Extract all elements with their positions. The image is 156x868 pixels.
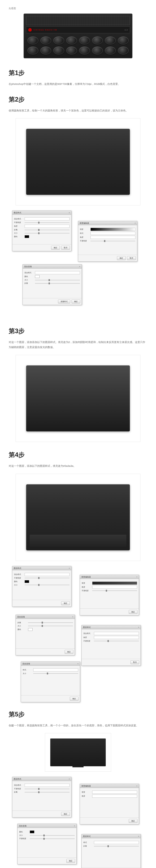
- angle-label: 角度: [82, 795, 91, 797]
- step1-title: 第1步: [9, 69, 147, 77]
- color-swatch[interactable]: [25, 235, 29, 238]
- close-icon[interactable]: ×: [74, 824, 75, 828]
- ok-button[interactable]: 确定: [70, 697, 79, 701]
- step4-text: 对这一个图层，添加以下的图层样式，填充改为#3a3a3a。: [9, 464, 147, 469]
- angle-label: 角度: [80, 236, 89, 239]
- opac-slider[interactable]: [25, 222, 70, 223]
- dist-slider[interactable]: [25, 792, 70, 793]
- ok-button[interactable]: 确定: [117, 256, 126, 260]
- close-icon[interactable]: ×: [77, 662, 79, 665]
- close-icon[interactable]: ×: [69, 566, 70, 570]
- cancel-button[interactable]: 取消: [61, 246, 70, 250]
- mode-input[interactable]: [25, 784, 70, 787]
- grad-label: 渐变: [80, 228, 89, 230]
- size-label: 大小: [25, 279, 34, 281]
- close-icon[interactable]: ×: [69, 211, 70, 215]
- opac-slider[interactable]: [94, 641, 139, 641]
- opac-label: 不透明度: [80, 240, 89, 242]
- size-slider[interactable]: [28, 626, 73, 626]
- ok-button[interactable]: 确定: [129, 819, 138, 823]
- options-dialog: 混合选项× 颜色 大小 不透明度 确定: [17, 824, 77, 864]
- size-slider[interactable]: [25, 585, 70, 585]
- dist-slider[interactable]: [94, 846, 139, 846]
- angle-input[interactable]: [90, 236, 135, 239]
- close-icon[interactable]: ×: [138, 834, 139, 838]
- dialog-title: 混合选项: [24, 265, 32, 268]
- dialog-title: 渐变编辑器: [81, 784, 91, 788]
- style-input[interactable]: [94, 841, 139, 844]
- ok-button[interactable]: 确定: [61, 812, 70, 816]
- mode-label: 混合模式: [83, 632, 93, 635]
- size-slider[interactable]: [33, 673, 78, 674]
- angle-input[interactable]: [92, 795, 137, 798]
- layer-style-dialog: 图层样式× 混合模式 不透明度 距离 确定: [12, 777, 71, 817]
- angle-label: 角度: [82, 586, 91, 588]
- size-slider[interactable]: [25, 233, 70, 234]
- dist-slider[interactable]: [25, 230, 70, 230]
- opac-slider[interactable]: [90, 241, 135, 241]
- mode-input[interactable]: [35, 271, 80, 274]
- size-slider[interactable]: [35, 280, 80, 280]
- opac-slider[interactable]: [25, 578, 70, 578]
- mode-input[interactable]: [25, 573, 70, 576]
- mode-input[interactable]: [94, 632, 139, 635]
- step5-figure: [45, 733, 111, 772]
- color-swatch[interactable]: [30, 831, 34, 833]
- step4-title: 第4步: [9, 451, 147, 459]
- angle-input[interactable]: [94, 636, 139, 639]
- page-header: 先看图: [9, 7, 147, 10]
- opac-label: 不透明度: [19, 837, 29, 840]
- close-icon[interactable]: ×: [136, 575, 138, 579]
- style-input[interactable]: [90, 232, 135, 235]
- grad-input[interactable]: [92, 582, 137, 585]
- close-icon[interactable]: ×: [72, 615, 73, 619]
- layer-style-dialog: 图层样式× 混合模式 不透明度 角度 距离 大小 颜色 确定取消: [12, 211, 71, 251]
- step5-dialogs: 图层样式× 混合模式 不透明度 距离 确定 渐变编辑器× 渐变 角度 确定 混合…: [12, 777, 144, 868]
- opac-slider[interactable]: [92, 590, 137, 591]
- ok-button[interactable]: 确定: [72, 300, 80, 304]
- mode-label: 混合模式: [25, 272, 34, 274]
- step2-figure: [15, 118, 141, 205]
- radio-speaker-grill: [26, 16, 130, 25]
- opac-slider[interactable]: [30, 838, 75, 839]
- grad-label: 渐变: [82, 582, 91, 584]
- cancel-button[interactable]: 取消: [130, 660, 139, 664]
- dialog-title: 混合选项: [23, 662, 30, 665]
- dist-label: 距离: [25, 282, 34, 284]
- ok-button[interactable]: 确定: [66, 859, 75, 863]
- style-label: 样式: [83, 841, 93, 844]
- close-icon[interactable]: ×: [69, 777, 70, 781]
- opac-slider[interactable]: [25, 789, 70, 789]
- cancel-button[interactable]: 取消: [127, 256, 136, 260]
- ok-button[interactable]: 确定: [61, 601, 70, 605]
- dist-slider[interactable]: [28, 622, 73, 623]
- grad-input[interactable]: [92, 790, 137, 794]
- size-slider[interactable]: [30, 835, 75, 836]
- color-swatch[interactable]: [35, 275, 40, 278]
- close-icon[interactable]: ×: [135, 221, 136, 225]
- grad-input[interactable]: [90, 228, 135, 231]
- ok-button[interactable]: 确定: [129, 610, 138, 614]
- dialog-title: 渐变编辑器: [81, 575, 91, 579]
- color-swatch[interactable]: [25, 580, 29, 583]
- step3-title: 第3步: [9, 327, 147, 335]
- color-swatch[interactable]: [28, 628, 33, 631]
- style-input[interactable]: [33, 669, 78, 672]
- color-label: 颜色: [14, 580, 24, 583]
- radio-brand: VINTAGE RADIO FM: [34, 29, 124, 31]
- close-icon[interactable]: ×: [138, 625, 139, 629]
- dist-slider[interactable]: [35, 283, 80, 284]
- dialog-title: 图层样式: [83, 834, 91, 838]
- radio-knobs: [26, 35, 130, 56]
- angle-input[interactable]: [25, 225, 70, 228]
- new-button[interactable]: 新建样式: [58, 300, 70, 304]
- close-icon[interactable]: ×: [136, 784, 138, 788]
- gradient-dialog: 渐变编辑器× 渐变 样式 角度 不透明度 确定取消: [78, 221, 137, 261]
- ok-button[interactable]: 确定: [65, 650, 73, 654]
- mode-input[interactable]: [25, 217, 70, 220]
- angle-label: 角度: [14, 225, 24, 227]
- close-icon[interactable]: ×: [79, 265, 80, 268]
- opac-label: 不透明度: [83, 640, 93, 642]
- ok-button[interactable]: 确定: [51, 246, 60, 250]
- angle-input[interactable]: [92, 586, 137, 589]
